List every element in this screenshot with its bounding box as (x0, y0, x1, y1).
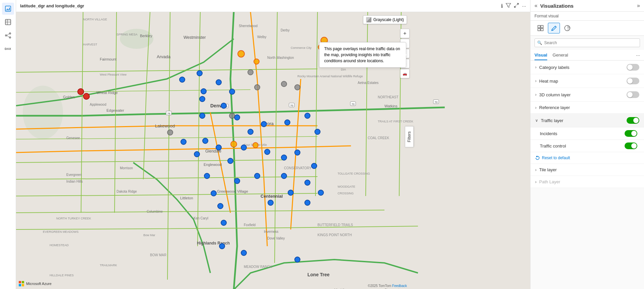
svg-point-102 (305, 113, 310, 118)
svg-text:Evergreen: Evergreen (66, 173, 82, 177)
reset-button[interactable]: Reset to default (530, 152, 644, 164)
traffic-control-label: Traffic control (540, 143, 566, 149)
svg-text:Bow Mar: Bow Mar (143, 233, 155, 237)
heat-map-thumb (627, 78, 633, 84)
svg-point-131 (221, 220, 226, 225)
svg-text:Genesee: Genesee (66, 136, 80, 140)
panel-tabs: Visual General ··· (530, 50, 644, 61)
traffic-layer-toggle[interactable] (627, 117, 639, 124)
svg-point-138 (318, 190, 324, 195)
svg-point-129 (211, 191, 216, 196)
section-reference-layer[interactable]: › Reference layer (530, 102, 644, 114)
tile-layer-chevron: › (535, 168, 536, 172)
traffic-control-toggle[interactable] (625, 142, 637, 149)
ms-square-green (22, 281, 24, 283)
filters-tab[interactable]: Filters (405, 126, 414, 147)
category-labels-toggle[interactable] (627, 64, 639, 71)
ms-square-blue (19, 284, 21, 286)
tab-general[interactable]: General (553, 50, 568, 60)
sidebar-item-table[interactable] (2, 16, 14, 28)
svg-point-9 (5, 35, 7, 36)
svg-point-110 (181, 139, 186, 144)
more-icon[interactable]: ··· (522, 3, 526, 9)
svg-text:70: 70 (435, 101, 438, 104)
3d-column-chevron: › (535, 92, 536, 97)
tab-visual[interactable]: Visual (534, 50, 547, 60)
svg-text:Indian Hills: Indian Hills (66, 180, 83, 183)
traffic-layer-label: ∨ Traffic layer (535, 118, 563, 123)
svg-text:Watkins: Watkins (384, 104, 398, 108)
search-icon: 🔍 (537, 40, 542, 45)
heat-map-chevron: › (535, 79, 536, 83)
filter-icon[interactable] (506, 3, 511, 9)
feedback-link[interactable]: Feedback (392, 284, 407, 288)
map-style-button[interactable]: Grayscale (Light) (363, 15, 407, 24)
panel-content: › Category labels › Heat map (530, 61, 644, 289)
svg-point-121 (255, 85, 260, 90)
incidents-label: Incidents (540, 131, 557, 136)
path-layer-label: › Path Layer (535, 179, 560, 184)
zoom-in-button[interactable]: + (400, 29, 410, 38)
svg-text:NORTH TURKEY CREEK: NORTH TURKEY CREEK (56, 217, 91, 220)
svg-text:Welby: Welby (257, 35, 267, 39)
sidebar-item-report[interactable] (2, 3, 14, 15)
sidebar-item-dax[interactable]: DAX (2, 43, 14, 55)
search-input[interactable] (534, 38, 640, 47)
svg-text:CONSERVATORY: CONSERVATORY (284, 166, 311, 170)
svg-text:CROSSING: CROSSING (338, 192, 354, 195)
collapse-panel-icon[interactable]: « (534, 3, 538, 9)
svg-text:WOODGATE: WOODGATE (338, 185, 355, 188)
svg-point-92 (180, 77, 185, 82)
expand-icon[interactable] (514, 3, 519, 9)
svg-point-120 (248, 70, 253, 75)
svg-text:Westminster: Westminster (184, 35, 206, 40)
svg-text:Sherrelwood: Sherrelwood (239, 24, 258, 28)
reference-layer-label: › Reference layer (535, 105, 570, 110)
chart-format-icon[interactable] (561, 23, 573, 33)
ms-logo (19, 281, 24, 286)
paint-format-icon[interactable] (548, 23, 560, 33)
svg-text:Dakota Ridge: Dakota Ridge (117, 190, 137, 193)
reference-layer-chevron: › (535, 105, 536, 110)
tab-more[interactable]: ··· (636, 50, 640, 60)
svg-text:TRAILMARK: TRAILMARK (100, 264, 117, 267)
svg-text:Applewood: Applewood (90, 103, 106, 106)
section-tile-layer[interactable]: › Tile layer (530, 164, 644, 176)
svg-text:Highlands Ranch: Highlands Ranch (197, 241, 230, 246)
svg-point-96 (200, 113, 205, 118)
reset-label: Reset to default (542, 156, 570, 160)
section-category-labels[interactable]: › Category labels (530, 61, 644, 74)
svg-point-111 (194, 152, 200, 157)
heat-map-toggle[interactable] (627, 78, 639, 84)
section-path-layer: › Path Layer (530, 176, 644, 188)
svg-rect-0 (5, 6, 11, 11)
svg-point-105 (83, 93, 89, 99)
panel-header-actions: » (637, 3, 640, 9)
map-attribution: ©2025 TomTom Feedback (368, 284, 407, 288)
incidents-track (625, 130, 637, 137)
svg-line-13 (7, 35, 9, 37)
svg-point-94 (216, 80, 221, 85)
svg-point-127 (253, 142, 258, 148)
info-icon[interactable]: ℹ (501, 3, 503, 9)
svg-point-119 (311, 163, 317, 169)
section-3d-column[interactable]: › 3D column layer (530, 88, 644, 102)
grid-format-icon[interactable] (534, 23, 547, 33)
svg-text:Columbine: Columbine (147, 210, 163, 213)
3d-column-toggle[interactable] (627, 91, 639, 98)
reset-icon (535, 156, 540, 160)
category-labels-track (627, 64, 639, 71)
svg-point-107 (254, 59, 259, 64)
svg-point-18 (23, 86, 63, 139)
expand-panel-icon[interactable]: » (637, 3, 640, 9)
traffic-layer-thumb (633, 118, 639, 123)
section-heat-map[interactable]: › Heat map (530, 74, 644, 88)
section-traffic-layer[interactable]: ∨ Traffic layer (530, 114, 644, 127)
svg-text:70: 70 (352, 103, 355, 106)
svg-point-130 (218, 203, 223, 209)
sidebar-item-model[interactable] (2, 29, 14, 41)
car-button[interactable]: 🚗 (400, 69, 410, 78)
incidents-toggle[interactable] (625, 130, 637, 137)
attribution-text: ©2025 TomTom (368, 284, 391, 288)
svg-rect-143 (538, 25, 540, 28)
